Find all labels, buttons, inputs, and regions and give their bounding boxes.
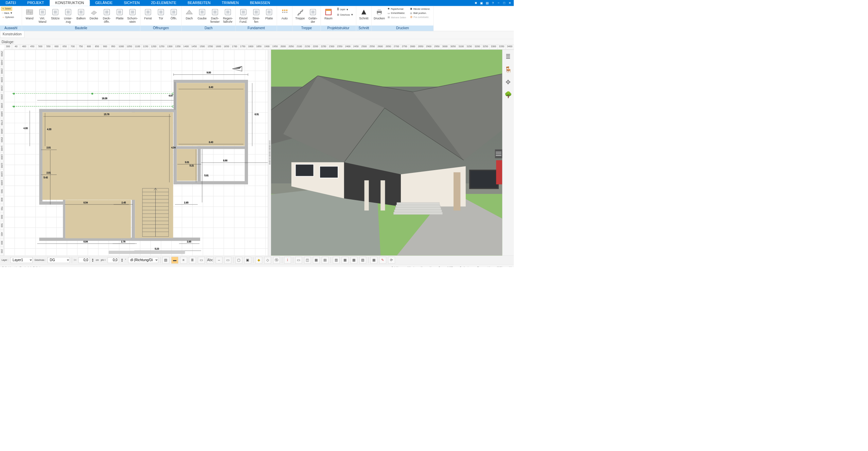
t2-tile4[interactable]: ▧ [359, 257, 366, 264]
treppe-gel-n--button[interactable]: Gelän- der [306, 7, 319, 24]
bauteile-virt--button[interactable]: Virt. Wand [36, 7, 49, 24]
move-icon[interactable]: ✥ [506, 78, 511, 86]
t2-diamond-outline[interactable]: ◇ [264, 257, 271, 264]
bauteile-balken-button[interactable]: Balken [75, 7, 88, 21]
t2-grid-toggle[interactable]: ▦ [370, 257, 377, 264]
optionen-button[interactable]: ＋Optionen [1, 15, 15, 19]
svg-rect-9 [67, 11, 70, 14]
fundament-einzel-button[interactable]: Einzel Fund. [237, 7, 250, 24]
t2-dash[interactable]: ▭ [224, 257, 231, 264]
bauteile-platte-button[interactable]: Platte [113, 7, 126, 21]
raender-button[interactable]: ▣Ränder einblend. [409, 7, 431, 11]
menu-gelaende[interactable]: GELÄNDE [90, 0, 118, 6]
maximize-icon[interactable]: □ [501, 1, 507, 5]
svg-rect-58 [39, 201, 65, 204]
t2-info[interactable]: i [284, 257, 291, 264]
menu-bearbeiten[interactable]: BEARBEITEN [182, 0, 216, 6]
t2-view-d[interactable]: ▤ [322, 257, 329, 264]
furniture-icon[interactable]: 🪑 [504, 66, 512, 73]
bauteile-deck--button[interactable]: Deck- öffn. [100, 7, 113, 24]
t2-diamond[interactable]: ◆ [255, 257, 262, 264]
oeffnungen-fenst-button[interactable]: Fenst [142, 7, 155, 21]
blatt-pos-button[interactable]: ◎Blatt position. [409, 12, 431, 15]
title-window1-icon[interactable]: ▣ [479, 1, 484, 5]
t2-n[interactable]: Ⓝ [273, 257, 280, 264]
dach-dach--button[interactable]: Dach- fenster [209, 7, 222, 24]
t2-abc[interactable]: Abc [207, 257, 213, 264]
drucken-button[interactable]: Drucken [373, 7, 386, 21]
t2-hatch2[interactable]: ▬ [171, 257, 178, 264]
t2-tile2[interactable]: ▦ [342, 257, 349, 264]
fundament-platte-button[interactable]: Platte [263, 7, 276, 21]
svg-rect-72 [177, 83, 245, 146]
öffn.-icon [169, 7, 178, 16]
bauteile-schorn--button[interactable]: Schorn- stein [126, 7, 139, 24]
t2-view-c[interactable]: ▦ [313, 257, 320, 264]
t2-tile3[interactable]: ▩ [351, 257, 357, 264]
platte-icon [115, 7, 124, 16]
menu-datei[interactable]: DATEI [0, 0, 22, 6]
phi-input[interactable] [108, 257, 119, 263]
svg-text:2.85: 2.85 [187, 240, 191, 243]
t2-crop[interactable]: ▣ [244, 257, 251, 264]
menu-trimmen[interactable]: TRIMMEN [216, 0, 244, 6]
t2-pin[interactable]: ✎ [379, 257, 386, 264]
menu-2d-elemente[interactable]: 2D-ELEMENTE [145, 0, 182, 6]
close-icon[interactable]: ✕ [507, 1, 512, 5]
3d-view[interactable] [271, 50, 502, 255]
dach-regen--button[interactable]: Regen- fallrohr [222, 7, 234, 24]
t2-tile1[interactable]: ▥ [333, 257, 340, 264]
pos-reset-button[interactable]: ⦿Pos zurücksetz. [409, 16, 431, 19]
title-help-icon[interactable]: ? [490, 1, 495, 5]
selekt-button[interactable]: ↖Selekt [1, 7, 12, 11]
fundament-strei--button[interactable]: Strei- fen [250, 7, 263, 24]
bauteile-decke-button[interactable]: Decke [88, 7, 101, 21]
einheit-button[interactable]: ▭Einheit/Maßst. [387, 12, 407, 15]
side-panel-handle[interactable] [495, 149, 502, 158]
bauteile-st-tze-button[interactable]: Stütze [49, 7, 62, 21]
geschoss-select[interactable]: DG [48, 257, 70, 263]
minimize-icon[interactable]: − [496, 1, 501, 5]
dach-dach-button[interactable]: Dach [183, 7, 196, 21]
bauteile-wand-button[interactable]: Wand [23, 7, 36, 21]
dach-gaube-button[interactable]: Gaube [196, 7, 209, 21]
schnitt-button[interactable]: Schnitt [357, 7, 370, 21]
t2-rect[interactable]: ▢ [235, 257, 242, 264]
t2-stripe[interactable]: ▭ [198, 257, 205, 264]
oeffnungen--ffn--button[interactable]: Öffn. [167, 7, 180, 21]
tree-icon[interactable]: 🌳 [504, 91, 512, 98]
papierformat-button[interactable]: ✱Papierformat [387, 7, 407, 11]
raum-button[interactable]: Raum [322, 7, 335, 21]
menu-konstruktion[interactable]: KONSTRUKTION [50, 0, 90, 6]
t2-view-a[interactable]: ▭ [295, 257, 302, 264]
geschoss-dropdown[interactable]: ☰Geschoss ▾ [336, 13, 353, 17]
layer-dropdown[interactable]: ≣Layer ▾ [336, 7, 353, 12]
menu-sichten[interactable]: SICHTEN [118, 0, 145, 6]
title-window2-icon[interactable]: ▤ [485, 1, 490, 5]
layers-icon[interactable]: ≣ [506, 53, 511, 60]
view-splitter[interactable] [268, 50, 271, 255]
bauteile-unter--button[interactable]: Unter- zug [62, 7, 75, 24]
t2-lines2[interactable]: ≣ [189, 257, 196, 264]
t2-view-b[interactable]: ◫ [304, 257, 311, 264]
svg-text:9.00: 9.00 [207, 71, 211, 74]
t2-reset[interactable]: ⟳ [388, 257, 395, 264]
svg-rect-43 [311, 11, 314, 14]
menu-projekt[interactable]: PROJEKT [22, 0, 50, 6]
mehrere-seiten-button[interactable]: ▦Mehrere Seiten [387, 16, 407, 19]
title-tool-icon[interactable]: ✖ [474, 1, 479, 5]
t2-dim[interactable]: ↔ [215, 257, 222, 264]
treppe-treppe-button[interactable]: Treppe [294, 7, 306, 21]
auto-button[interactable]: Auto [278, 7, 291, 21]
konstruktion-subtab[interactable]: Konstruktion [0, 31, 24, 38]
dl-select[interactable]: dl (Richtung/Di [128, 257, 158, 263]
2d-plan-view[interactable]: 9.00 8.40 8.40 6.51 16.06 15.76 4.93 4.3… [4, 50, 268, 255]
svg-rect-37 [284, 10, 285, 11]
t2-lines[interactable]: ≡ [180, 257, 187, 264]
mark-dropdown[interactable]: ⸬Mark. ▾ [1, 11, 13, 15]
l-input[interactable] [78, 257, 90, 263]
menu-bemassen[interactable]: BEMASSEN [244, 0, 276, 6]
oeffnungen-t-r-button[interactable]: Tür [155, 7, 167, 21]
layer-select[interactable]: Layer1 [11, 257, 33, 263]
t2-hatch1[interactable]: ▧ [162, 257, 169, 264]
